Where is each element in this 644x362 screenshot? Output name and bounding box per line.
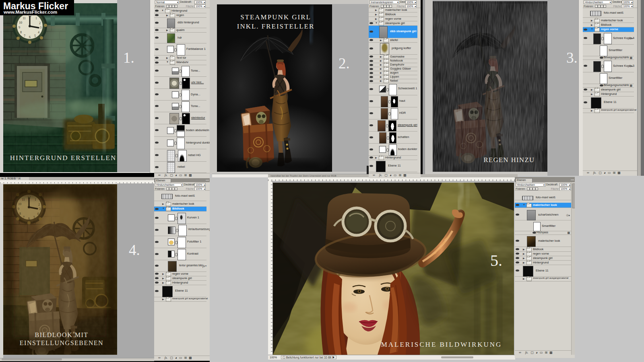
svg-text:3: 3 (40, 26, 41, 29)
svg-text:9: 9 (19, 26, 20, 29)
svg-text:10: 10 (19, 21, 22, 25)
svg-text:BILDLOOK MIT: BILDLOOK MIT (35, 331, 88, 338)
svg-text:11: 11 (23, 16, 26, 20)
svg-text:2: 2 (39, 21, 41, 25)
svg-text:8: 8 (20, 31, 22, 34)
svg-text:6: 6 (29, 35, 31, 39)
svg-text:INKL. FREISTELLER: INKL. FREISTELLER (237, 23, 315, 30)
svg-text:5: 5 (34, 34, 36, 38)
svg-text:4: 4 (38, 31, 39, 34)
svg-text:REGEN HINZU: REGEN HINZU (484, 156, 535, 164)
svg-text:STEAMPUNK GIRL: STEAMPUNK GIRL (240, 13, 311, 21)
svg-text:7: 7 (24, 34, 25, 38)
svg-text:1: 1 (35, 16, 37, 20)
svg-text:EINSTELLUNGSEBENEN: EINSTELLUNGSEBENEN (20, 339, 103, 346)
svg-text:5.: 5. (490, 251, 502, 269)
svg-text:HINTERGRUND ERSTELLEN: HINTERGRUND ERSTELLEN (10, 154, 116, 162)
svg-text:MALERISCHE BILDWIRKUNG: MALERISCHE BILDWIRKUNG (381, 341, 502, 348)
